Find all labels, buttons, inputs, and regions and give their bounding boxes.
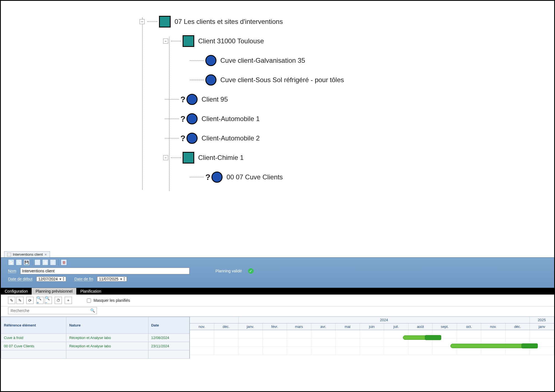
tree-node-label: 07 Les clients et sites d'interventions [175, 18, 283, 26]
new-button[interactable]: 📄 [8, 259, 14, 265]
year-header: 2025 [530, 317, 554, 323]
question-icon: ? [180, 134, 185, 143]
tree-node-label[interactable]: Cuve client-Sous Sol réfrigéré - pour tô… [220, 76, 344, 84]
month-header: mai [335, 323, 360, 330]
tree-toggle[interactable]: − [163, 39, 168, 44]
toolbar: 📄 ✎ 💾 ⿻ 🖶 ⇪ 🗑 [8, 259, 547, 265]
search-box[interactable]: 🔍 [8, 307, 97, 314]
document-tabs: Interventions client × [1, 250, 554, 257]
search-icon[interactable]: 🔍 [90, 308, 95, 313]
table-row[interactable]: Cuve à froid Réception et Analyse labo 1… [1, 334, 190, 342]
export-button[interactable]: ⇪ [50, 259, 56, 265]
month-header: déc. [506, 323, 530, 330]
item-icon [186, 94, 198, 105]
month-header: sept. [433, 323, 457, 330]
month-header: mars [287, 323, 311, 330]
zoom-out-button[interactable]: 🔍− [45, 297, 52, 304]
date-fin-input[interactable]: 11/07/2025 ▾ ▲▼ [97, 277, 127, 282]
refresh-button[interactable]: ⟳ [26, 297, 34, 304]
tree-node-label[interactable]: Client-Automobile 1 [201, 115, 259, 123]
year-header [190, 317, 239, 323]
planning-icon [7, 253, 11, 257]
folder-icon [183, 152, 194, 164]
document-tab-title: Interventions client [13, 252, 43, 257]
spin-down-icon[interactable]: ▼ [123, 279, 125, 281]
gantt-timeline[interactable]: 20242025 nov.déc.janv.févr.marsavr.maiju… [190, 317, 554, 359]
today-button[interactable]: ⏱ [55, 297, 62, 304]
delete-button[interactable]: 🗑 [61, 259, 67, 265]
zoom-in-button[interactable]: 🔍+ [36, 297, 44, 304]
close-icon[interactable]: × [44, 253, 47, 257]
tree-node-label[interactable]: Cuve client-Galvanisation 35 [220, 57, 305, 64]
tab-planification[interactable]: Planification [76, 288, 105, 295]
table-row[interactable]: 00 07 Cuve Clients Réception et Analyse … [1, 342, 190, 350]
gantt-bar-dark[interactable] [521, 343, 538, 348]
month-header: avr. [311, 323, 336, 330]
tab-planning-previsionnel[interactable]: Planning prévisionnel [32, 288, 76, 295]
edit-button[interactable]: ✎ [16, 259, 22, 265]
add-button[interactable]: ＋ [65, 297, 72, 304]
item-icon [205, 55, 216, 66]
check-icon: ✓ [248, 268, 254, 274]
col-header[interactable]: Nature [66, 317, 148, 334]
question-icon: ? [180, 95, 185, 104]
detail-panel: Interventions client × 📄 ✎ 💾 ⿻ 🖶 ⇪ 🗑 Nom… [1, 250, 554, 391]
tree-toggle[interactable]: − [140, 19, 145, 24]
nom-input[interactable] [20, 268, 190, 274]
tree-connector [190, 60, 204, 61]
masquer-label: Masquer les planifiés [94, 298, 130, 303]
col-header[interactable]: Date [148, 317, 189, 334]
nom-label: Nom [8, 269, 16, 273]
date-fin-label: Date de fin [74, 277, 93, 281]
spin-down-icon[interactable]: ▼ [62, 279, 65, 281]
print-button[interactable]: 🖶 [42, 259, 48, 265]
item-icon [205, 74, 216, 86]
date-debut-label: Date de début [8, 277, 32, 281]
month-header: juin [360, 323, 384, 330]
planning-tabs: Configuration Planning prévisionnel Plan… [1, 288, 554, 295]
folder-icon [183, 35, 194, 47]
tree-connector [165, 99, 179, 100]
month-header: févr. [263, 323, 287, 330]
month-header: août [408, 323, 433, 330]
planning-valide-label: Planning validé [216, 269, 242, 273]
tree-node-label[interactable]: 00 07 Cuve Clients [226, 173, 283, 181]
gantt-toolbar: ✎ ✎ ⟳ 🔍+ 🔍− ⏱ ＋ Masquer les planifiés [1, 295, 554, 306]
month-header: nov. [481, 323, 506, 330]
date-debut-input[interactable]: 12/07/2024 ▾ ▲▼ [36, 277, 66, 282]
col-header[interactable]: Référence élément [1, 317, 66, 334]
dropdown-icon[interactable]: ▾ [59, 277, 61, 281]
table-row [1, 350, 190, 359]
save-button[interactable]: 💾 [24, 259, 30, 265]
tree-view[interactable]: − 07 Les clients et sites d'intervention… [140, 12, 344, 187]
question-icon: ? [205, 172, 210, 182]
tree-node-label[interactable]: Client 95 [201, 96, 228, 103]
gantt-chart: Référence élément Nature Date Cuve à fro… [1, 316, 554, 359]
tree-connector [190, 80, 204, 80]
item-icon [186, 113, 198, 124]
search-input[interactable] [10, 308, 82, 313]
gantt-left-table: Référence élément Nature Date Cuve à fro… [1, 317, 190, 359]
gantt-bar-dark[interactable] [425, 335, 441, 340]
tab-configuration[interactable]: Configuration [1, 288, 32, 295]
document-tab[interactable]: Interventions client × [4, 251, 50, 257]
tree-connector [171, 157, 181, 158]
month-header: déc. [214, 323, 239, 330]
tree-node-label[interactable]: Client-Automobile 2 [201, 134, 259, 142]
edit-multi-button[interactable]: ✎ [16, 297, 24, 304]
tree-connector [171, 41, 181, 41]
tree-node-label[interactable]: Client-Chimie 1 [198, 154, 244, 162]
masquer-checkbox[interactable] [87, 298, 91, 303]
copy-button[interactable]: ⿻ [34, 259, 41, 265]
tree-node-label[interactable]: Client 31000 Toulouse [198, 37, 264, 45]
month-header: nov. [190, 323, 214, 330]
dropdown-icon[interactable]: ▾ [120, 277, 122, 281]
month-header: janv [530, 323, 554, 330]
form-header: 📄 ✎ 💾 ⿻ 🖶 ⇪ 🗑 Nom Planning validé ✓ Date… [1, 257, 554, 288]
tree-connector [147, 21, 157, 22]
item-icon [186, 133, 198, 144]
edit-row-button[interactable]: ✎ [8, 297, 15, 304]
tree-connector [165, 138, 179, 139]
folder-icon [159, 16, 171, 27]
tree-toggle[interactable]: − [163, 155, 168, 160]
